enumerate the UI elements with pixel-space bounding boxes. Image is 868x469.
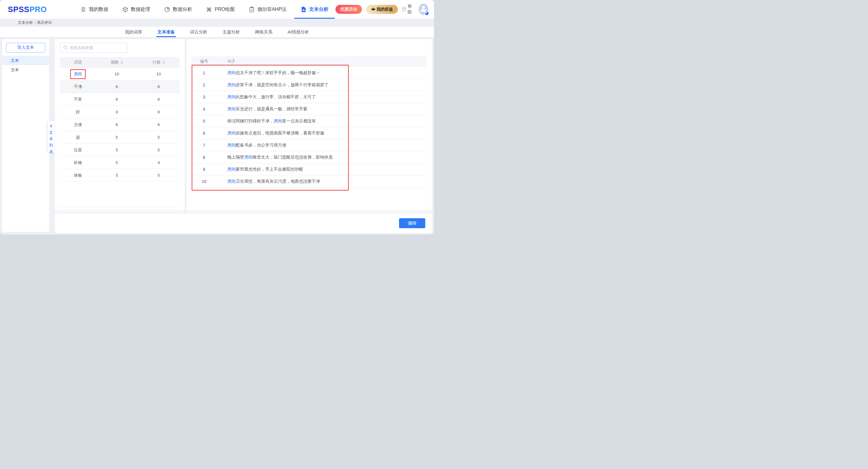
word-cell[interactable]: 干净: [74, 84, 82, 89]
chevron-left-icon: [50, 123, 53, 129]
nav-item-2[interactable]: 数据处理: [115, 0, 157, 19]
sentence-row-1[interactable]: 1房间也太干净了吧！床软乎乎的，睡一晚超舒服～: [192, 67, 427, 79]
top-navbar: SPSSPRO 我的数据数据处理数据分析PRO绘图德尔菲AHP法文本分析 优惠活…: [0, 0, 434, 19]
nav-item-4[interactable]: PRO绘图: [199, 0, 242, 19]
highlighted-word: 房间: [274, 119, 282, 123]
sentence-row-9[interactable]: 9房间窗帘遮光性好，早上不会被阳光吵醒: [192, 163, 427, 176]
selected-word[interactable]: 房间: [70, 69, 86, 79]
word-row-4[interactable]: 好88: [60, 106, 180, 119]
tab-5[interactable]: 网络关系: [255, 27, 273, 37]
word-cell[interactable]: 位置: [74, 148, 82, 152]
highlighted-word: 房间: [227, 130, 236, 135]
nav-item-6[interactable]: 文本分析: [293, 0, 336, 19]
text-list-item-1[interactable]: 文本: [2, 56, 49, 65]
sentence-row-7[interactable]: 7房间配备书桌，办公学习很方便: [192, 139, 427, 151]
nav-item-1[interactable]: 我的数据: [73, 0, 115, 19]
word-row-5[interactable]: 方便66: [60, 119, 180, 131]
highlighted-word: 房间: [244, 155, 253, 159]
sentence-text: 房间窗帘遮光性好，早上不会被阳光吵醒: [216, 167, 427, 172]
word-search-box[interactable]: [60, 43, 127, 53]
frequency-cell: 5: [96, 160, 138, 165]
sentence-row-4[interactable]: 4房间采光还行，就是通风一般，得经常开窗: [192, 103, 427, 115]
word-row-2[interactable]: 干净88: [60, 81, 180, 93]
sentence-id: 3: [192, 95, 216, 99]
line-count-cell: 8: [138, 84, 180, 89]
sentence-row-10[interactable]: 10房间卫生堪忧，角落有灰尘污渍，地面也没擦干净: [192, 176, 427, 187]
word-table-body: 房间1010干净88不算86好88方便66超55位置55价格54体验55: [60, 68, 180, 182]
tab-4[interactable]: 主题分析: [222, 27, 240, 37]
text-list-collapse-tab[interactable]: 文本列表: [47, 121, 55, 153]
sort-carets-icon[interactable]: [162, 61, 165, 64]
search-input[interactable]: [70, 45, 124, 50]
footer-bar: 编辑: [55, 213, 432, 233]
my-rights-button[interactable]: 我的权益: [366, 5, 398, 14]
analysis-tabbar: 我的词库文本准备词云分析主题分析网络关系AI情感分析: [0, 27, 434, 37]
highlighted-word: 房间: [227, 82, 236, 87]
nav-item-label: PRO绘图: [215, 6, 235, 13]
panels-row: 词语频数行数 房间1010干净88不算86好88方便66超55位置55价格54体…: [55, 39, 432, 213]
word-cell[interactable]: 不算: [74, 97, 82, 101]
promo-button[interactable]: 优惠活动: [336, 5, 362, 14]
sentence-table-header: 编号 句子: [192, 56, 427, 67]
frequency-cell: 5: [96, 173, 138, 178]
text-list: 文本文本: [2, 56, 49, 74]
word-row-7[interactable]: 位置55: [60, 144, 180, 156]
breadcrumb-parent[interactable]: 文本分析: [18, 20, 33, 25]
sentence-row-6[interactable]: 6房间设施有点老旧，电视画面不够清晰，看着不舒服: [192, 127, 427, 139]
word-cell[interactable]: 好: [76, 110, 80, 114]
line-count-cell: 5: [138, 173, 180, 178]
sentence-id: 8: [192, 155, 216, 160]
line-count-cell: 6: [138, 97, 180, 101]
sentence-panel: 编号 句子 1房间也太干净了吧！床软乎乎的，睡一晚超舒服～2房间还算干净，就是空…: [187, 39, 432, 213]
word-cell[interactable]: 方便: [74, 122, 82, 127]
sentence-id: 10: [192, 179, 216, 184]
word-column-header-2[interactable]: 频数: [96, 60, 138, 65]
frequency-cell: 8: [96, 84, 138, 89]
tab-3[interactable]: 词云分析: [190, 27, 207, 37]
help-button[interactable]: ? 帮助: [402, 4, 414, 15]
tab-2[interactable]: 文本准备: [157, 27, 175, 37]
sentence-text: 房间也太干净了吧！床软乎乎的，睡一晚超舒服～: [216, 70, 427, 76]
line-count-cell: 5: [138, 135, 180, 139]
layers-icon: [80, 6, 87, 13]
tab-6[interactable]: AI情感分析: [287, 27, 309, 37]
edit-button[interactable]: 编辑: [399, 218, 425, 228]
nav-item-label: 数据处理: [131, 6, 150, 13]
sentence-row-5[interactable]: 5保洁阿姨打扫得好干净，房间里一点灰尘都没有: [192, 115, 427, 127]
sentence-text: 保洁阿姨打扫得好干净，房间里一点灰尘都没有: [216, 119, 427, 124]
vip-badge-icon: [424, 11, 429, 16]
sentence-row-8[interactable]: 8晚上隔壁房间噪音太大，敲门提醒后也没改善，影响休息: [192, 151, 427, 163]
text-list-item-2[interactable]: 文本: [2, 65, 49, 74]
sentence-row-2[interactable]: 2房间还算干净，就是空间有点小，放两个行李箱就挤了: [192, 79, 427, 91]
nav-item-5[interactable]: 德尔菲AHP法: [242, 0, 293, 19]
word-cell[interactable]: 价格: [74, 160, 82, 165]
word-row-3[interactable]: 不算86: [60, 93, 180, 106]
breadcrumb: 文本分析 / 酒店评论: [0, 19, 434, 27]
sentence-id: 4: [192, 107, 216, 112]
nav-item-label: 我的数据: [89, 6, 108, 13]
word-row-9[interactable]: 体验55: [60, 169, 180, 182]
frequency-cell: 10: [96, 72, 138, 76]
sentence-id: 9: [192, 167, 216, 172]
word-row-1[interactable]: 房间1010: [60, 68, 180, 81]
app-window: SPSSPRO 我的数据数据处理数据分析PRO绘图德尔菲AHP法文本分析 优惠活…: [0, 0, 434, 234]
sentence-row-3[interactable]: 3房间比想象中大，放行李、活动都不挤，太可了: [192, 91, 427, 103]
tab-1[interactable]: 我的词库: [125, 27, 142, 37]
user-avatar[interactable]: [418, 4, 428, 15]
word-cell[interactable]: 体验: [74, 173, 82, 178]
word-cell[interactable]: 超: [76, 135, 80, 139]
sentence-text: 房间还算干净，就是空间有点小，放两个行李箱就挤了: [216, 82, 427, 88]
column-header-sentence: 句子: [216, 59, 427, 64]
nav-item-label: 德尔菲AHP法: [257, 6, 287, 13]
sort-carets-icon[interactable]: [121, 61, 123, 64]
column-header-id: 编号: [192, 59, 216, 64]
import-text-button[interactable]: 导入文本: [6, 43, 45, 53]
line-count-cell: 10: [138, 72, 180, 76]
brand-logo[interactable]: SPSSPRO: [8, 0, 47, 19]
sentence-text: 晚上隔壁房间噪音太大，敲门提醒后也没改善，影响休息: [216, 155, 427, 160]
word-row-6[interactable]: 超55: [60, 131, 180, 144]
word-column-header-3[interactable]: 行数: [138, 60, 180, 65]
main-column: 词语频数行数 房间1010干净88不算86好88方便66超55位置55价格54体…: [55, 39, 432, 233]
nav-item-3[interactable]: 数据分析: [157, 0, 199, 19]
word-row-8[interactable]: 价格54: [60, 156, 180, 169]
